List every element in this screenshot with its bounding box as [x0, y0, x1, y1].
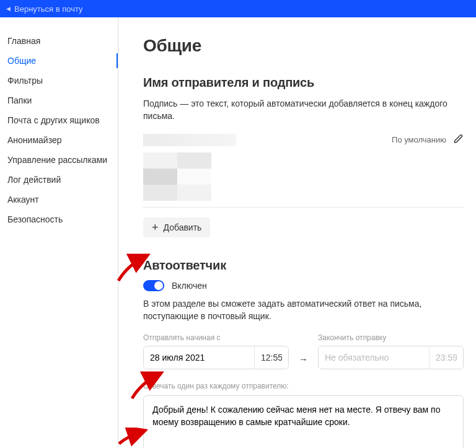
toggle-knob-icon [154, 281, 163, 290]
start-time-input[interactable] [254, 346, 288, 369]
start-date-input[interactable] [144, 346, 254, 369]
back-label: Вернуться в почту [14, 4, 83, 14]
topbar: ◀ Вернуться в почту [0, 0, 476, 17]
autoresponder-section: Автоответчик Включен В этом разделе вы с… [143, 258, 464, 448]
signature-card: По умолчанию [143, 134, 464, 208]
sidebar-item-other-mail[interactable]: Почта с других ящиков [0, 110, 118, 130]
sidebar-item-anonymizer[interactable]: Анонимайзер [0, 130, 118, 150]
sender-section-desc: Подпись — это текст, который автоматичес… [143, 97, 464, 123]
end-date-input[interactable] [319, 346, 429, 369]
sidebar-list: Главная Общие Фильтры Папки Почта с друг… [0, 31, 118, 229]
settings-sidebar: Главная Общие Фильтры Папки Почта с друг… [0, 17, 118, 448]
back-to-mail-link[interactable]: ◀ Вернуться в почту [6, 4, 83, 14]
signature-name-redacted [143, 134, 236, 146]
sidebar-item-general[interactable]: Общие [0, 51, 118, 71]
arrow-right-icon: → [298, 354, 309, 369]
autoresponder-desc: В этом разделе вы сможете задать автомат… [143, 297, 464, 323]
signature-preview-redacted [143, 152, 211, 201]
sidebar-item-action-log[interactable]: Лог действий [0, 170, 118, 190]
autoresponder-title: Автоответчик [143, 258, 464, 273]
sidebar-item-subscriptions[interactable]: Управление рассылками [0, 150, 118, 170]
add-signature-button[interactable]: + Добавить [143, 217, 210, 237]
page-title: Общие [143, 36, 464, 56]
reply-once-label: Отвечать один раз каждому отправителю: [143, 382, 464, 390]
end-date-label: Закончить отправку [318, 333, 464, 342]
sidebar-item-account[interactable]: Аккаунт [0, 190, 118, 209]
plus-icon: + [152, 223, 159, 232]
arrow-left-icon: ◀ [6, 6, 11, 12]
sidebar-item-folders[interactable]: Папки [0, 90, 118, 110]
start-date-label: Отправлять начиная с [143, 333, 289, 342]
end-time-input[interactable] [429, 346, 463, 369]
edit-signature-icon[interactable] [454, 134, 464, 146]
sidebar-item-main[interactable]: Главная [0, 31, 118, 51]
autoresponder-toggle[interactable] [143, 280, 164, 291]
sidebar-item-security[interactable]: Безопасность [0, 209, 118, 229]
default-badge: По умолчанию [392, 135, 446, 144]
autoresponder-enabled-label: Включен [172, 281, 207, 291]
autoresponder-textarea[interactable] [143, 395, 464, 448]
sender-section-title: Имя отправителя и подпись [143, 76, 464, 90]
sidebar-item-filters[interactable]: Фильтры [0, 71, 118, 90]
content-pane: Общие Имя отправителя и подпись Подпись … [118, 17, 476, 448]
add-signature-label: Добавить [164, 222, 202, 232]
